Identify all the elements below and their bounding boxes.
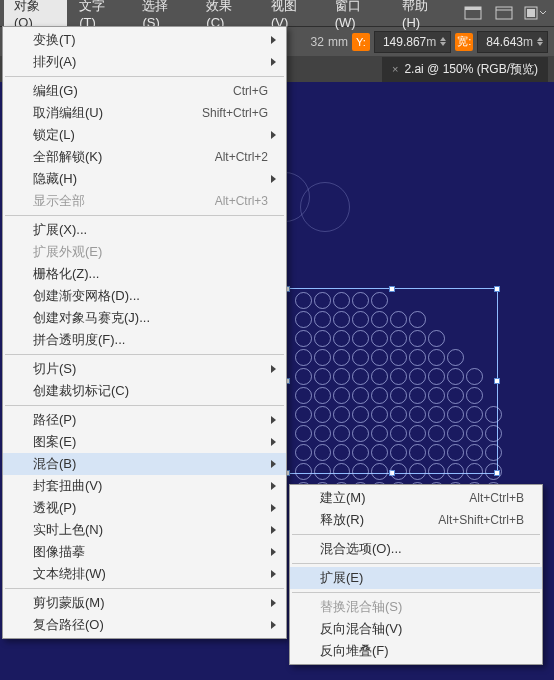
- object-menu-item-13[interactable]: 创建渐变网格(D)...: [3, 285, 286, 307]
- object-menu-item-4[interactable]: 取消编组(U)Shift+Ctrl+G: [3, 102, 286, 124]
- object-menu-item-3[interactable]: 编组(G)Ctrl+G: [3, 80, 286, 102]
- menu-item-shortcut: Shift+Ctrl+G: [202, 106, 268, 120]
- menu-item-label: 释放(R): [320, 511, 438, 529]
- svg-rect-5: [527, 9, 535, 17]
- menu-item-shortcut: Alt+Ctrl+B: [469, 491, 524, 505]
- y-label: Y:: [352, 33, 370, 51]
- menu-item-shortcut: Alt+Ctrl+2: [215, 150, 268, 164]
- object-menu-item-24[interactable]: 透视(P): [3, 497, 286, 519]
- menu-separator: [5, 76, 284, 77]
- menu-item-label: 扩展(E): [320, 569, 532, 587]
- object-menu-item-18[interactable]: 创建裁切标记(C): [3, 380, 286, 402]
- menu-item-label: 路径(P): [33, 411, 271, 429]
- menu-separator: [5, 354, 284, 355]
- object-menu-item-14[interactable]: 创建对象马赛克(J)...: [3, 307, 286, 329]
- menu-item-label: 排列(A): [33, 53, 271, 71]
- menu-item-label: 切片(S): [33, 360, 271, 378]
- menu-item-label: 创建裁切标记(C): [33, 382, 276, 400]
- object-menu-item-1[interactable]: 排列(A): [3, 51, 286, 73]
- blend-submenu-item-3[interactable]: 混合选项(O)...: [290, 538, 542, 560]
- menu-separator: [5, 215, 284, 216]
- menu-item-label: 拼合透明度(F)...: [33, 331, 276, 349]
- chevron-right-icon: [271, 570, 276, 578]
- object-menu-item-17[interactable]: 切片(S): [3, 358, 286, 380]
- object-menu-item-8: 显示全部Alt+Ctrl+3: [3, 190, 286, 212]
- chevron-right-icon: [271, 504, 276, 512]
- object-menu-item-10[interactable]: 扩展(X)...: [3, 219, 286, 241]
- chevron-right-icon: [271, 58, 276, 66]
- object-menu-item-22[interactable]: 混合(B): [3, 453, 286, 475]
- menu-item-label: 图案(E): [33, 433, 271, 451]
- menu-item-label: 剪切蒙版(M): [33, 594, 271, 612]
- menu-item-label: 全部解锁(K): [33, 148, 215, 166]
- chevron-right-icon: [271, 365, 276, 373]
- menu-separator: [5, 588, 284, 589]
- menu-item-label: 栅格化(Z)...: [33, 265, 276, 283]
- menu-item-label: 透视(P): [33, 499, 271, 517]
- x-value: 32: [311, 35, 324, 49]
- menu-item-label: 锁定(L): [33, 126, 271, 144]
- menu-item-label: 混合选项(O)...: [320, 540, 532, 558]
- object-menu-item-6[interactable]: 全部解锁(K)Alt+Ctrl+2: [3, 146, 286, 168]
- blend-submenu-item-7: 替换混合轴(S): [290, 596, 542, 618]
- menu-window[interactable]: 窗口(W): [325, 0, 390, 34]
- menu-help[interactable]: 帮助(H): [392, 0, 455, 34]
- toolbar-dropdown[interactable]: [523, 3, 548, 23]
- object-menu-item-21[interactable]: 图案(E): [3, 431, 286, 453]
- y-stepper[interactable]: [440, 37, 446, 46]
- chevron-right-icon: [271, 599, 276, 607]
- y-input[interactable]: 149.867 m: [374, 31, 451, 53]
- object-menu-item-26[interactable]: 图像描摹: [3, 541, 286, 563]
- blend-submenu-item-0[interactable]: 建立(M)Alt+Ctrl+B: [290, 487, 542, 509]
- tab-label: 2.ai @ 150% (RGB/预览): [404, 61, 538, 78]
- x-unit: mm: [328, 35, 348, 49]
- menu-separator: [292, 592, 540, 593]
- object-menu-item-23[interactable]: 封套扭曲(V): [3, 475, 286, 497]
- blend-submenu-item-1[interactable]: 释放(R)Alt+Shift+Ctrl+B: [290, 509, 542, 531]
- menu-item-label: 文本绕排(W): [33, 565, 271, 583]
- menu-item-label: 替换混合轴(S): [320, 598, 532, 616]
- menu-item-label: 扩展(X)...: [33, 221, 276, 239]
- menu-item-label: 创建对象马赛克(J)...: [33, 309, 276, 327]
- menu-item-label: 取消编组(U): [33, 104, 202, 122]
- object-menu-item-11: 扩展外观(E): [3, 241, 286, 263]
- object-menu-item-20[interactable]: 路径(P): [3, 409, 286, 431]
- menu-separator: [292, 534, 540, 535]
- chevron-right-icon: [271, 438, 276, 446]
- menu-item-shortcut: Alt+Ctrl+3: [215, 194, 268, 208]
- chevron-right-icon: [271, 621, 276, 629]
- blend-submenu-item-5[interactable]: 扩展(E): [290, 567, 542, 589]
- w-input[interactable]: 84.643 m: [477, 31, 548, 53]
- object-menu-item-7[interactable]: 隐藏(H): [3, 168, 286, 190]
- object-menu-item-30[interactable]: 复合路径(O): [3, 614, 286, 636]
- object-menu-item-12[interactable]: 栅格化(Z)...: [3, 263, 286, 285]
- object-menu-item-5[interactable]: 锁定(L): [3, 124, 286, 146]
- chevron-right-icon: [271, 460, 276, 468]
- object-menu: 变换(T)排列(A)编组(G)Ctrl+G取消编组(U)Shift+Ctrl+G…: [2, 26, 287, 639]
- menu-separator: [292, 563, 540, 564]
- chevron-right-icon: [271, 416, 276, 424]
- menu-item-label: 创建渐变网格(D)...: [33, 287, 276, 305]
- menu-item-label: 显示全部: [33, 192, 215, 210]
- svg-rect-1: [465, 7, 481, 10]
- svg-rect-2: [496, 7, 512, 19]
- menu-separator: [5, 405, 284, 406]
- menubar: 对象(O) 文字(T) 选择(S) 效果(C) 视图(V) 窗口(W) 帮助(H…: [0, 0, 554, 26]
- toolbar-button-2[interactable]: [492, 3, 517, 23]
- blend-submenu-item-8[interactable]: 反向混合轴(V): [290, 618, 542, 640]
- document-tab[interactable]: × 2.ai @ 150% (RGB/预览): [382, 57, 548, 82]
- object-menu-item-25[interactable]: 实时上色(N): [3, 519, 286, 541]
- menu-item-label: 编组(G): [33, 82, 233, 100]
- close-icon[interactable]: ×: [392, 63, 398, 75]
- toolbar-button-1[interactable]: [461, 3, 486, 23]
- object-menu-item-27[interactable]: 文本绕排(W): [3, 563, 286, 585]
- chevron-right-icon: [271, 482, 276, 490]
- object-menu-item-15[interactable]: 拼合透明度(F)...: [3, 329, 286, 351]
- chevron-right-icon: [271, 175, 276, 183]
- w-stepper[interactable]: [537, 37, 543, 46]
- menu-item-label: 变换(T): [33, 31, 271, 49]
- object-menu-item-29[interactable]: 剪切蒙版(M): [3, 592, 286, 614]
- blend-submenu-item-9[interactable]: 反向堆叠(F): [290, 640, 542, 662]
- menu-item-label: 扩展外观(E): [33, 243, 276, 261]
- object-menu-item-0[interactable]: 变换(T): [3, 29, 286, 51]
